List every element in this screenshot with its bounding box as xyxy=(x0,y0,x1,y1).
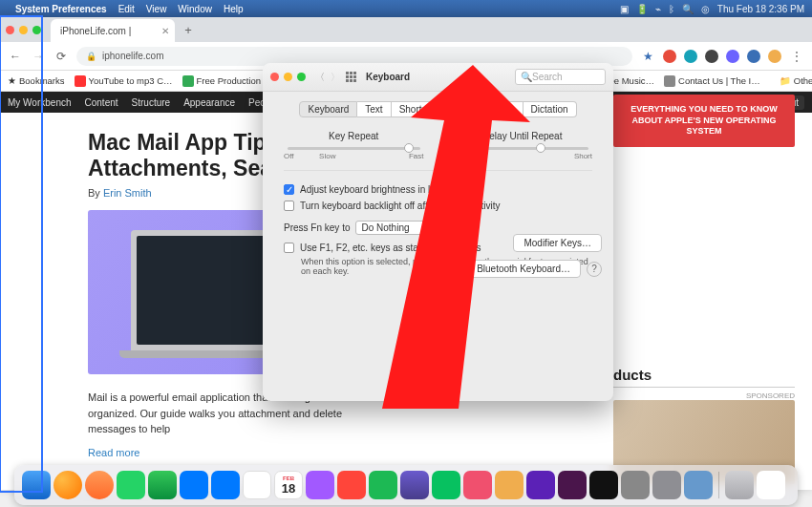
teams-icon[interactable] xyxy=(526,471,555,499)
dock: FEB18 xyxy=(14,465,798,505)
bookmark-item[interactable]: YouTube to mp3 C… xyxy=(75,75,173,87)
spotify-icon[interactable] xyxy=(369,471,397,499)
brave-icon[interactable] xyxy=(85,471,114,499)
extension-icon[interactable] xyxy=(747,50,760,63)
cms-item[interactable]: My Workbench xyxy=(8,97,72,108)
app-name[interactable]: System Preferences xyxy=(15,4,107,14)
extension-icon[interactable] xyxy=(684,50,697,63)
battery-icon[interactable]: 🔋 xyxy=(636,4,648,14)
checkbox[interactable]: ✓ xyxy=(284,184,294,195)
tab-keyboard[interactable]: Keyboard xyxy=(299,101,357,117)
bluetooth-keyboard-button[interactable]: Set Up Bluetooth Keyboard… xyxy=(435,260,581,278)
help-icon[interactable]: ? xyxy=(587,262,602,277)
prefs-tabs: Keyboard Text Shortcuts Input Sources Di… xyxy=(263,101,613,117)
star-icon[interactable]: ★ xyxy=(640,50,655,63)
chevron-icon: ▾ xyxy=(447,223,455,232)
macos-menubar: System Preferences Edit View Window Help… xyxy=(0,0,812,17)
slack-icon[interactable] xyxy=(558,471,587,499)
cms-item[interactable]: Content xyxy=(85,97,118,108)
safari-icon[interactable] xyxy=(211,471,240,499)
mail-icon[interactable] xyxy=(180,471,208,499)
opt-backlight: Turn keyboard backlight off after xyxy=(300,201,437,211)
prime-icon[interactable] xyxy=(400,471,429,499)
modifier-keys-button[interactable]: Modifier Keys… xyxy=(513,234,602,252)
browser-tab[interactable]: iPhoneLife.com | ✕ xyxy=(51,19,175,42)
cms-item[interactable]: Structure xyxy=(132,97,171,108)
checkbox[interactable] xyxy=(284,201,294,211)
notes-icon[interactable] xyxy=(495,471,524,499)
messages-icon[interactable] xyxy=(148,471,177,499)
forward-icon[interactable]: → xyxy=(31,50,46,63)
window-traffic-lights[interactable] xyxy=(6,26,41,34)
cms-item[interactable]: Appearance xyxy=(183,97,235,108)
back-icon[interactable]: ← xyxy=(8,50,23,63)
chevron-icon: ▾ xyxy=(457,201,464,210)
new-tab-button[interactable]: + xyxy=(179,20,198,39)
search-placeholder: Search xyxy=(532,72,563,82)
other-bookmarks[interactable]: 📁 Other Bookmarks xyxy=(780,75,812,86)
music-icon[interactable] xyxy=(337,471,366,499)
tab-text[interactable]: Text xyxy=(357,101,391,117)
dock-separator xyxy=(718,472,719,498)
tab-title: iPhoneLife.com | xyxy=(60,26,131,36)
whatsapp-icon[interactable] xyxy=(117,471,145,499)
wechat-icon[interactable] xyxy=(432,471,460,499)
finder-icon[interactable] xyxy=(22,471,51,499)
sysprefs-icon[interactable] xyxy=(621,471,650,499)
avatar[interactable] xyxy=(768,50,781,63)
extension-icon[interactable] xyxy=(663,50,676,63)
show-all-icon[interactable] xyxy=(346,72,356,82)
reload-icon[interactable]: ⟳ xyxy=(53,50,69,63)
chrome-menu-icon[interactable]: ⋮ xyxy=(789,50,804,63)
menu-edit[interactable]: Edit xyxy=(118,4,135,14)
forward-icon[interactable]: 〉 xyxy=(331,71,340,84)
podcasts-icon[interactable] xyxy=(306,471,334,499)
menu-help[interactable]: Help xyxy=(224,4,244,14)
prefs-toolbar: 〈 〉 Keyboard 🔍 Search xyxy=(263,63,613,92)
backlight-select[interactable]: 5▾ xyxy=(442,199,471,213)
siri-icon[interactable]: ◎ xyxy=(701,4,710,14)
menu-window[interactable]: Window xyxy=(178,4,212,14)
checkbox[interactable] xyxy=(284,243,294,253)
key-repeat-slider[interactable] xyxy=(288,147,420,150)
clock[interactable]: Thu Feb 18 2:36 PM xyxy=(717,4,804,14)
bookmark-item[interactable]: Contact Us | The I… xyxy=(664,75,760,87)
status-icon[interactable]: ▣ xyxy=(620,4,629,14)
author-link[interactable]: Erin Smith xyxy=(103,187,152,199)
extension-icon[interactable] xyxy=(726,50,739,63)
asana-icon[interactable] xyxy=(463,471,492,499)
delay-slider[interactable] xyxy=(457,147,589,150)
app-icon[interactable] xyxy=(652,471,681,499)
app-icon[interactable] xyxy=(757,471,785,499)
sidebar-heading: ducts xyxy=(613,367,795,388)
opt-brightness: Adjust keyboard brightness in low light xyxy=(300,184,462,195)
bt-icon[interactable]: ᛒ xyxy=(669,4,674,14)
close-icon[interactable]: ✕ xyxy=(161,26,169,36)
fn-label: Press Fn key to xyxy=(284,222,350,233)
extension-icon[interactable] xyxy=(705,50,718,63)
lock-icon: 🔒 xyxy=(86,52,96,61)
app-icon[interactable] xyxy=(684,471,713,499)
window-traffic-lights[interactable] xyxy=(270,73,306,81)
menu-view[interactable]: View xyxy=(146,4,167,14)
search-input[interactable]: 🔍 Search xyxy=(515,69,606,85)
window-title: Keyboard xyxy=(366,72,410,82)
bookmark-item[interactable]: ★ Bookmarks xyxy=(8,75,65,86)
wifi-icon[interactable]: ⌁ xyxy=(655,4,661,14)
terminal-icon[interactable] xyxy=(589,471,618,499)
search-icon[interactable]: 🔍 xyxy=(682,4,694,14)
calendar-icon[interactable]: FEB18 xyxy=(274,471,303,499)
key-repeat-label: Key Repeat xyxy=(284,131,424,141)
tab-shortcuts[interactable]: Shortcuts xyxy=(392,101,448,117)
sponsored-label: SPONSORED xyxy=(613,391,795,400)
chrome-icon[interactable] xyxy=(243,471,271,499)
tab-input-sources[interactable]: Input Sources xyxy=(448,101,524,117)
promo-banner[interactable]: EVERYTHING YOU NEED TO KNOW ABOUT APPLE'… xyxy=(613,95,795,147)
trash-icon[interactable] xyxy=(725,471,754,499)
firefox-icon[interactable] xyxy=(53,471,82,499)
back-icon[interactable]: 〈 xyxy=(315,71,325,84)
tab-strip: iPhoneLife.com | ✕ + xyxy=(0,17,812,42)
fn-select[interactable]: Do Nothing▾ xyxy=(355,221,460,235)
delay-label: Delay Until Repeat xyxy=(453,131,593,141)
tab-dictation[interactable]: Dictation xyxy=(524,101,577,117)
